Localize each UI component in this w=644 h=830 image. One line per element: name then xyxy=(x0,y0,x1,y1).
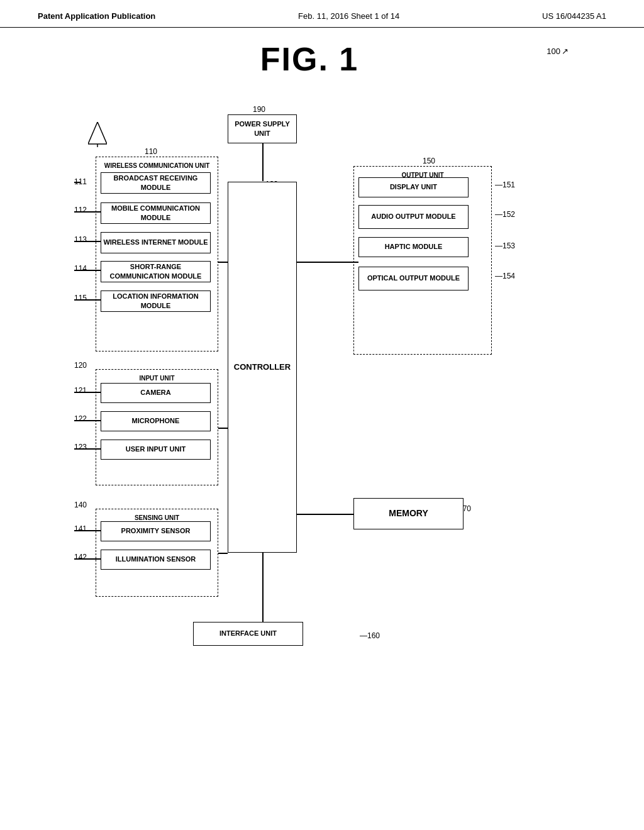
optical-output-label: OPTICAL OUTPUT MODULE xyxy=(367,274,460,283)
ref-151: —151 xyxy=(495,180,515,189)
microphone-label: MICROPHONE xyxy=(132,416,180,426)
wireless-comm-unit-label: WIRELESS COMMUNICATION UNIT xyxy=(104,162,210,169)
header-right: US 16/044235 A1 xyxy=(542,11,606,21)
interface-label: INTERFACE UNIT xyxy=(219,629,277,638)
ref-152: —152 xyxy=(495,210,515,219)
broadcast-label: BROADCAST RECEIVING MODULE xyxy=(101,174,210,193)
proximity-label: PROXIMITY SENSOR xyxy=(121,526,191,536)
conn-112 xyxy=(74,211,101,213)
ref-122: 122 xyxy=(74,414,87,423)
ref-141: 141 xyxy=(74,524,87,533)
page: Patent Application Publication Feb. 11, … xyxy=(0,0,644,830)
conn-123 xyxy=(74,448,101,450)
conn-121 xyxy=(74,392,101,393)
fig-title: FIG. 1 xyxy=(260,40,358,78)
conn-111 xyxy=(74,182,80,183)
conn-wc-ctrl xyxy=(218,262,228,263)
short-range-box: SHORT-RANGE COMMUNICATION MODULE xyxy=(101,261,211,282)
user-input-label: USER INPUT UNIT xyxy=(126,445,186,454)
audio-output-label: AUDIO OUTPUT MODULE xyxy=(371,212,455,221)
interface-box: INTERFACE UNIT xyxy=(193,622,303,646)
audio-output-box: AUDIO OUTPUT MODULE xyxy=(358,205,469,229)
ref-112: 112 xyxy=(74,206,87,214)
ref-150: 150 xyxy=(423,157,435,165)
display-label: DISPLAY UNIT xyxy=(390,182,437,192)
ref-190: 190 xyxy=(253,103,265,114)
mobile-comm-box: MOBILE COMMUNICATION MODULE xyxy=(101,202,211,224)
camera-box: CAMERA xyxy=(101,383,211,403)
antenna-icon xyxy=(88,122,107,150)
camera-label: CAMERA xyxy=(140,388,170,397)
conn-122 xyxy=(74,420,101,421)
conn-iu-ctrl xyxy=(218,428,228,429)
optical-output-box: OPTICAL OUTPUT MODULE xyxy=(358,267,469,290)
conn-141 xyxy=(74,530,101,531)
haptic-box: HAPTIC MODULE xyxy=(358,237,469,257)
short-range-label: SHORT-RANGE COMMUNICATION MODULE xyxy=(101,262,210,282)
ref-160: —160 xyxy=(360,631,380,640)
memory-label: MEMORY xyxy=(389,507,428,520)
wireless-internet-label: WIRELESS INTERNET MODULE xyxy=(103,238,208,247)
conn-142 xyxy=(74,558,101,560)
ref-115: 115 xyxy=(74,294,87,302)
location-box: LOCATION INFORMATION MODULE xyxy=(101,290,211,312)
conn-114 xyxy=(74,270,101,271)
ref-120: 120 xyxy=(74,361,87,370)
diagram-container: 190 POWER SUPPLY UNIT 180 CONTROLLER 110 xyxy=(45,84,599,776)
ref-100: 100 xyxy=(547,47,560,56)
wireless-internet-box: WIRELESS INTERNET MODULE xyxy=(101,232,211,253)
conn-v-interface xyxy=(262,553,264,625)
main-content: FIG. 1 100 ↗ 190 POWER SUPPLY UNIT xyxy=(0,28,644,795)
illumination-label: ILLUMINATION SENSOR xyxy=(116,555,196,564)
header-left: Patent Application Publication xyxy=(38,11,155,21)
location-label: LOCATION INFORMATION MODULE xyxy=(101,292,210,311)
conn-su-ctrl xyxy=(218,553,228,554)
sensing-unit-label: SENSING UNIT xyxy=(135,514,179,521)
mobile-comm-label: MOBILE COMMUNICATION MODULE xyxy=(101,204,210,223)
ref-113: 113 xyxy=(74,235,87,244)
connector-v-power xyxy=(262,143,264,181)
controller-box: CONTROLLER xyxy=(228,182,297,553)
proximity-box: PROXIMITY SENSOR xyxy=(101,521,211,541)
broadcast-box: BROADCAST RECEIVING MODULE xyxy=(101,172,211,194)
ref-110: 110 xyxy=(145,147,157,156)
header-middle: Feb. 11, 2016 Sheet 1 of 14 xyxy=(298,11,399,21)
haptic-label: HAPTIC MODULE xyxy=(385,242,443,252)
microphone-box: MICROPHONE xyxy=(101,411,211,431)
power-supply-label: POWER SUPPLY UNIT xyxy=(228,119,296,139)
ref-114: 114 xyxy=(74,264,87,273)
ref-121: 121 xyxy=(74,386,87,395)
display-box: DISPLAY UNIT xyxy=(358,177,469,197)
ref-154: —154 xyxy=(495,272,515,280)
header: Patent Application Publication Feb. 11, … xyxy=(0,0,644,28)
user-input-box: USER INPUT UNIT xyxy=(101,440,211,460)
conn-ctrl-mem xyxy=(297,514,353,515)
conn-115 xyxy=(74,299,101,301)
svg-marker-0 xyxy=(88,122,107,144)
illumination-box: ILLUMINATION SENSOR xyxy=(101,550,211,570)
controller-label: CONTROLLER xyxy=(234,362,291,373)
power-supply-box: POWER SUPPLY UNIT xyxy=(228,114,297,143)
conn-113 xyxy=(74,241,101,242)
input-unit-label: INPUT UNIT xyxy=(139,375,174,382)
ref-140: 140 xyxy=(74,501,87,509)
conn-ctrl-ou xyxy=(297,262,358,263)
ref-142: 142 xyxy=(74,553,87,562)
ref-153: —153 xyxy=(495,241,515,250)
ref-123: 123 xyxy=(74,443,87,451)
memory-box: MEMORY xyxy=(353,498,464,529)
